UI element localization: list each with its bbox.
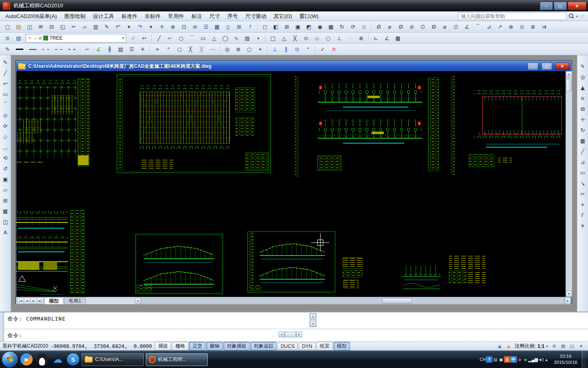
tab-first-button[interactable]: |◄ — [17, 298, 24, 304]
layers-list-button[interactable]: ≡ — [578, 93, 588, 103]
status-toggle-对象追踪[interactable]: 对象追踪 — [250, 342, 276, 350]
layer-properties-button[interactable]: ≣ — [2, 33, 13, 43]
table-tool-button[interactable]: ⊞ — [0, 195, 11, 205]
qq-icon[interactable] — [36, 353, 48, 366]
viewport-single-button[interactable]: ◻ — [260, 22, 270, 32]
redo-button[interactable]: ↷ — [135, 22, 145, 32]
command-prompt-line[interactable]: 命令: — [7, 332, 22, 339]
ime-chinese-icon[interactable]: 中 — [510, 356, 517, 363]
perpendicular-constraint-button[interactable]: ⊥ — [270, 45, 280, 54]
dropdown-caret-icon[interactable]: ▾ — [122, 36, 124, 40]
linestyle-cyan-dashed-button[interactable] — [53, 45, 65, 54]
rotate-tool-button[interactable]: ⟳ — [0, 121, 11, 131]
section-line-button[interactable]: ╫ — [105, 45, 115, 54]
document-titlebar[interactable]: C:\Users\Administrator\Desktop\48米跨度厂房CA… — [16, 61, 571, 71]
etransmit-button[interactable]: ✉ — [36, 22, 46, 32]
media-player-icon[interactable]: ▶ — [20, 353, 33, 366]
keyboard-tray-icon[interactable]: ▤ — [492, 356, 498, 363]
menu-item[interactable]: 图形绘制 — [60, 12, 89, 21]
list-button[interactable]: ☰ — [127, 45, 137, 54]
cut-button[interactable]: ✂ — [69, 22, 79, 32]
clean-screen-icon[interactable]: ◱ — [568, 342, 576, 350]
command-hscroll-thumb[interactable] — [285, 332, 296, 337]
dim-center-button[interactable]: ⊙ — [517, 22, 527, 32]
command-scroll-down-button[interactable]: ▼ — [310, 321, 316, 327]
scroll-right-button[interactable]: ► — [565, 298, 571, 304]
help-center-icon[interactable]: ? — [486, 356, 492, 363]
viewport-quad-button[interactable]: ⊞ — [282, 22, 292, 32]
polygon-button[interactable]: △ — [209, 33, 219, 43]
status-caret-icon[interactable]: ▾ — [577, 342, 585, 350]
tray-overflow-icon[interactable]: ▴ — [543, 356, 549, 363]
menu-item[interactable]: 窗口(W) — [296, 12, 322, 21]
dim-leader-button[interactable]: ↗ — [495, 22, 505, 32]
redraw-button[interactable]: ⟳ — [348, 22, 358, 32]
angle-measure-button[interactable]: ° — [303, 45, 313, 54]
osnap-perpendicular-button[interactable]: ⊥ — [334, 33, 344, 43]
status-toggle-DYN[interactable]: DYN — [298, 343, 315, 350]
arc-button[interactable]: ⌒ — [187, 33, 197, 43]
arc-tool-button[interactable]: ⌒ — [0, 100, 11, 110]
command-prompt[interactable]: 命令: ◄ ► — [4, 329, 588, 341]
rotate-button[interactable]: ↻ — [578, 125, 588, 135]
osnap-nearest-button[interactable]: · — [345, 33, 355, 43]
stretch-button[interactable]: ↘ — [578, 178, 588, 188]
osnap-intersection-button[interactable]: ╳ — [290, 33, 300, 43]
region-button[interactable]: ⊕ — [233, 45, 243, 54]
line-tool-button[interactable]: ╱ — [0, 68, 11, 78]
divide-button[interactable]: ○ — [174, 45, 185, 54]
concentric-constraint-button[interactable]: ⊙ — [292, 45, 302, 54]
erase-x2-button[interactable]: ╳ — [196, 45, 207, 54]
zoom-window-button[interactable]: ⊡ — [179, 22, 189, 32]
layout-tab-布局1[interactable]: 布局1 — [64, 297, 86, 304]
quickcalc-button[interactable]: ⊞ — [234, 22, 244, 32]
doc-minimize-button[interactable]: – — [528, 63, 538, 70]
mirror3d-button[interactable]: ▲ — [578, 83, 588, 92]
named-views-button[interactable]: ▣ — [293, 22, 303, 32]
status-toggle-模型[interactable]: 模型 — [334, 342, 350, 350]
text-tool-button[interactable]: A — [0, 227, 11, 237]
menu-item[interactable]: 非标件 — [141, 12, 164, 21]
undo-button[interactable]: ↶ — [113, 22, 123, 32]
command-scroll-left-button[interactable]: ◄ — [278, 332, 285, 337]
edit-pencil-button[interactable]: ✎ — [578, 61, 588, 71]
tab-prev-button[interactable]: ◄ — [24, 298, 30, 304]
viewport2-button[interactable]: ▭ — [578, 168, 588, 177]
pan-button[interactable]: ✛ — [157, 22, 167, 32]
ucs-button[interactable]: ∟ — [371, 33, 381, 43]
paste-button[interactable]: ▥ — [91, 22, 101, 32]
sketch-button[interactable]: ✎ — [0, 57, 11, 67]
dim-baseline-button[interactable]: ≣ — [528, 22, 538, 32]
split-tool-button[interactable]: ◫ — [0, 217, 11, 227]
weiyun-cloud-icon[interactable]: ☁ — [51, 353, 64, 366]
menu-item[interactable]: 标准件 — [118, 12, 141, 21]
grid-display-button[interactable]: ▦ — [393, 33, 403, 43]
restore-button[interactable]: ◱ — [554, 2, 567, 10]
viewport-split-button[interactable]: ◧ — [271, 22, 281, 32]
corner-button[interactable]: Γ — [578, 210, 588, 220]
symbol-diameter-6-button[interactable]: ∅ — [451, 22, 461, 32]
annotation-autoscale-icon[interactable]: ▲ — [505, 342, 513, 350]
erase-x1-button[interactable]: ╳ — [185, 45, 196, 54]
osnap-endpoint-button[interactable]: □ — [268, 33, 278, 43]
parallel-constraint-button[interactable]: ∥ — [281, 45, 291, 54]
command-scroll-up-button[interactable]: ▲ — [310, 314, 316, 319]
open-file-button[interactable]: ▤ — [13, 22, 24, 32]
regen-button[interactable]: ↻ — [337, 22, 347, 32]
dim-tolerance-button[interactable]: ⊕ — [506, 22, 516, 32]
symbol-diameter-3-button[interactable]: Ø — [396, 22, 406, 32]
center-mark-button[interactable]: ⌖ — [255, 45, 265, 54]
osnap-center-button[interactable]: ⊙ — [301, 33, 311, 43]
point-button[interactable]: ∙ — [253, 33, 263, 43]
menu-item[interactable]: 尺寸 — [205, 12, 223, 21]
help-button[interactable]: ? — [245, 22, 255, 32]
grid-button[interactable]: ⊞ — [578, 104, 588, 114]
clean-screen-button[interactable]: ▫ — [359, 22, 369, 32]
circle2-tool-button[interactable]: ⊙ — [0, 110, 11, 120]
undo-dropdown[interactable]: ▾ — [124, 22, 134, 32]
point-style-button[interactable]: ⌖ — [152, 45, 163, 54]
menu-item[interactable]: AutoCAD2006菜单(A) — [2, 12, 60, 21]
command-hscrollbar[interactable]: ◄ ► — [278, 332, 302, 337]
symbol-diameter-2-button[interactable]: ⌀ — [385, 22, 395, 32]
volume-icon[interactable]: ◄) — [538, 356, 543, 363]
